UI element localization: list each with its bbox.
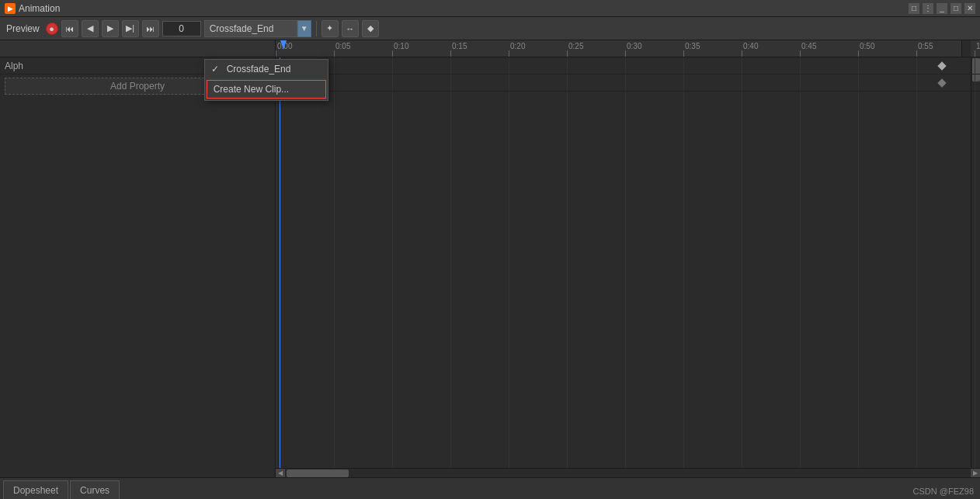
skip-start-button[interactable]: ⏮ bbox=[61, 20, 78, 37]
watermark: CSDN @FEZ98 bbox=[913, 487, 977, 499]
skip-end-button[interactable]: ⏭ bbox=[142, 20, 159, 37]
ruler-tick-label: 1:00 bbox=[976, 42, 980, 50]
scrollbar-h-thumb[interactable] bbox=[287, 470, 349, 477]
ruler-tick-label: 0:25 bbox=[568, 42, 583, 50]
next-frame-button[interactable]: ▶| bbox=[122, 20, 139, 37]
minimize-button[interactable]: _ bbox=[937, 3, 947, 14]
move-tool-button[interactable]: ↔ bbox=[342, 20, 359, 37]
title-bar: ▶ Animation □ ⋮ _ □ ✕ bbox=[0, 0, 980, 17]
dropdown-item-label: Crossfade_End bbox=[227, 64, 291, 75]
menu-button[interactable]: ⋮ bbox=[923, 3, 933, 14]
ruler-ticks: 0:000:050:100:150:200:250:300:350:400:45… bbox=[276, 40, 971, 57]
left-panel: Alph ◆ Add Property bbox=[0, 40, 276, 477]
frame-input[interactable] bbox=[162, 21, 201, 36]
dropdown-item-crossfade[interactable]: ✓ Crossfade_End bbox=[205, 60, 328, 78]
ruler-tick-label: 0:40 bbox=[743, 42, 758, 50]
header-spacer bbox=[5, 44, 7, 54]
ruler-tick-label: 0:05 bbox=[335, 42, 350, 50]
window-title: Animation bbox=[19, 3, 60, 14]
clip-selector: Crossfade_End ▼ ✓ Crossfade_End Create N… bbox=[204, 20, 311, 37]
clip-dropdown-arrow[interactable]: ▼ bbox=[297, 20, 311, 37]
scroll-right-button[interactable]: ▶ bbox=[971, 469, 980, 478]
record-button[interactable]: ● bbox=[46, 23, 58, 35]
create-new-clip-label: Create New Clip... bbox=[214, 84, 289, 95]
play-button[interactable]: ▶ bbox=[102, 20, 119, 37]
ruler-tick-label: 0:10 bbox=[394, 42, 408, 50]
grid-line bbox=[450, 57, 451, 468]
grid-line bbox=[742, 57, 742, 468]
close-button[interactable]: ✕ bbox=[964, 3, 975, 14]
tab-curves[interactable]: Curves bbox=[70, 480, 120, 499]
timeline-ruler: 0:000:050:100:150:200:250:300:350:400:45… bbox=[276, 40, 980, 57]
clip-dropdown-menu: ✓ Crossfade_End Create New Clip... bbox=[204, 59, 328, 101]
bottom-tabs: Dopesheet Curves CSDN @FEZ98 bbox=[0, 477, 980, 499]
pin-tool-button[interactable]: ✦ bbox=[321, 20, 339, 37]
ruler-tick-label: 0:30 bbox=[627, 42, 641, 50]
clip-name-button[interactable]: Crossfade_End bbox=[204, 20, 297, 37]
timeline-area: 0:000:050:100:150:200:250:300:350:400:45… bbox=[276, 40, 980, 477]
grid-line bbox=[858, 57, 859, 468]
grid-line bbox=[392, 57, 393, 468]
ruler-tick-label: 0:55 bbox=[918, 42, 933, 50]
grid-line bbox=[625, 57, 626, 468]
add-property-label: Add Property bbox=[110, 81, 165, 92]
ruler-tick-label: 0:35 bbox=[685, 42, 700, 50]
grid-line bbox=[276, 57, 276, 468]
horizontal-scrollbar[interactable]: ◀ ▶ bbox=[276, 468, 980, 477]
toolbar: Preview ● ⏮ ◀ ▶ ▶| ⏭ Crossfade_End ▼ ✓ C… bbox=[0, 17, 980, 40]
ruler-tick-label: 0:50 bbox=[860, 42, 874, 50]
grid-line bbox=[509, 57, 509, 468]
prop-label-alpha: Alph bbox=[5, 61, 211, 71]
toolbar-separator bbox=[316, 21, 317, 36]
tab-dopesheet[interactable]: Dopesheet bbox=[3, 480, 68, 499]
grid-line bbox=[567, 57, 568, 468]
scroll-left-button[interactable]: ◀ bbox=[276, 469, 285, 478]
main-area: Alph ◆ Add Property 0:000:050:100:150:20… bbox=[0, 40, 980, 477]
bottom-tabs-left: Dopesheet Curves bbox=[3, 480, 120, 499]
grid-line bbox=[683, 57, 684, 468]
ruler-tick-label: 0:45 bbox=[801, 42, 816, 50]
clip-name-label: Crossfade_End bbox=[210, 23, 274, 34]
popout-button[interactable]: □ bbox=[909, 3, 919, 14]
ruler-tick-label: 0:20 bbox=[510, 42, 525, 50]
prev-frame-button[interactable]: ◀ bbox=[82, 20, 99, 37]
left-panel-header bbox=[0, 40, 275, 57]
ruler-scroll-corner bbox=[961, 40, 971, 57]
title-bar-left: ▶ Animation bbox=[5, 3, 60, 14]
timeline-track-area[interactable] bbox=[276, 57, 980, 468]
timeline-row bbox=[276, 57, 980, 75]
maximize-button[interactable]: □ bbox=[950, 3, 961, 14]
scrollbar-h-track bbox=[285, 469, 971, 478]
preview-label: Preview bbox=[3, 23, 43, 34]
vertical-scrollbar[interactable] bbox=[971, 57, 980, 468]
grid-line bbox=[800, 57, 801, 468]
grid-line bbox=[334, 57, 335, 468]
timeline-inner bbox=[276, 57, 980, 468]
ruler-tick-label: 0:15 bbox=[452, 42, 467, 50]
timeline-row bbox=[276, 75, 980, 92]
grid-line bbox=[916, 57, 917, 468]
animation-icon: ▶ bbox=[5, 3, 16, 14]
dropdown-item-create[interactable]: Create New Clip... bbox=[207, 80, 326, 99]
add-key-button[interactable]: ◆ bbox=[362, 20, 379, 37]
cursor-line bbox=[280, 57, 280, 468]
checkmark-icon: ✓ bbox=[211, 64, 222, 75]
title-bar-right: □ ⋮ _ □ ✕ bbox=[909, 3, 975, 14]
grid-line bbox=[975, 57, 975, 468]
